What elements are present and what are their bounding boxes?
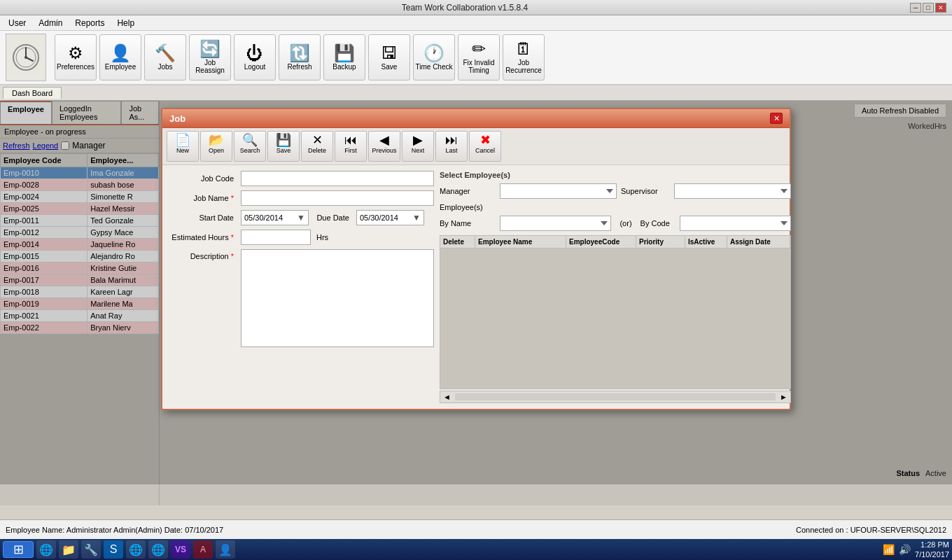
dialog-cancel-button[interactable]: ✖ Cancel bbox=[469, 131, 501, 162]
app-logo bbox=[6, 34, 46, 81]
taskbar-icon-vs[interactable]: VS bbox=[171, 540, 190, 559]
menu-admin[interactable]: Admin bbox=[33, 17, 68, 29]
start-date-calendar-button[interactable]: ▼ bbox=[295, 213, 307, 223]
dialog-previous-button[interactable]: ◀ Previous bbox=[368, 131, 400, 162]
taskbar-icon-browser[interactable]: 🌐 bbox=[36, 540, 56, 559]
taskbar-icon-tools[interactable]: 🔧 bbox=[81, 540, 101, 559]
job-recurrence-label: Job Recurrence bbox=[505, 59, 542, 74]
backup-icon: 💾 bbox=[334, 45, 355, 62]
col-isactive: IsActive bbox=[685, 236, 727, 248]
job-name-input[interactable] bbox=[241, 190, 434, 206]
taskbar-clock: 1:28 PM 7/10/2017 bbox=[915, 540, 949, 560]
status-bar-text: Employee Name: Administrator Admin(Admin… bbox=[6, 526, 223, 534]
taskbar-icon-skype[interactable]: S bbox=[104, 540, 123, 559]
supervisor-label: Supervisor bbox=[621, 187, 670, 195]
col-emp-name: Employee Name bbox=[475, 236, 566, 248]
dialog-first-icon: ⏮ bbox=[344, 134, 357, 146]
backup-button[interactable]: 💾 Backup bbox=[323, 34, 365, 80]
job-recurrence-button[interactable]: 🗓 Job Recurrence bbox=[503, 34, 545, 80]
dialog-toolbar: 📄 New 📂 Open 🔍 Search 💾 Save ✕ Del bbox=[162, 128, 790, 165]
start-date-label: Start Date bbox=[168, 214, 238, 222]
preferences-button[interactable]: ⚙ Preferences bbox=[55, 34, 97, 80]
description-textarea[interactable] bbox=[241, 249, 434, 347]
taskbar-icon-user[interactable]: 👤 bbox=[216, 540, 235, 559]
dialog-open-button[interactable]: 📂 Open bbox=[200, 131, 232, 162]
time-check-button[interactable]: 🕐 Time Check bbox=[413, 34, 455, 80]
logout-button[interactable]: ⏻ Logout bbox=[234, 34, 276, 80]
jobs-button[interactable]: 🔨 Jobs bbox=[144, 34, 186, 80]
clock-date: 7/10/2017 bbox=[915, 550, 949, 559]
jobs-icon: 🔨 bbox=[155, 45, 176, 62]
taskbar-right: 📶 🔊 1:28 PM 7/10/2017 bbox=[883, 540, 949, 560]
start-button[interactable]: ⊞ bbox=[3, 541, 34, 558]
dialog-first-label: First bbox=[344, 147, 357, 154]
dialog-last-button[interactable]: ⏭ Last bbox=[435, 131, 468, 162]
manager-select[interactable] bbox=[500, 183, 617, 199]
menu-help[interactable]: Help bbox=[111, 17, 140, 29]
save-button[interactable]: 🖫 Save bbox=[368, 34, 410, 80]
job-dialog: Job ✕ 📄 New 📂 Open 🔍 Search 💾 bbox=[161, 108, 791, 410]
dialog-first-button[interactable]: ⏮ First bbox=[335, 131, 367, 162]
scroll-right-arrow[interactable]: ► bbox=[777, 393, 790, 401]
dialog-close-button[interactable]: ✕ bbox=[770, 113, 783, 124]
connected-text: Connected on : UFOUR-SERVER\SQL2012 bbox=[796, 526, 946, 534]
taskbar-network-icon[interactable]: 📶 bbox=[883, 544, 895, 555]
menu-reports[interactable]: Reports bbox=[69, 17, 110, 29]
employee-icon: 👤 bbox=[110, 45, 131, 62]
dialog-next-icon: ▶ bbox=[413, 134, 423, 146]
menu-user[interactable]: User bbox=[3, 17, 31, 29]
est-hours-label: Estimated Hours * bbox=[168, 233, 238, 241]
due-date-calendar-button[interactable]: ▼ bbox=[411, 213, 422, 223]
dialog-title: Job bbox=[169, 113, 186, 124]
fix-invalid-button[interactable]: ✏ Fix Invalid Timing bbox=[458, 34, 500, 80]
dialog-delete-button[interactable]: ✕ Delete bbox=[301, 131, 333, 162]
taskbar-icon-access[interactable]: A bbox=[193, 540, 213, 559]
taskbar-icon-chrome[interactable]: 🌐 bbox=[126, 540, 146, 559]
restore-button[interactable]: □ bbox=[923, 3, 934, 13]
dialog-new-button[interactable]: 📄 New bbox=[167, 131, 199, 162]
employees-label: Employee(s) bbox=[440, 203, 496, 211]
dialog-search-button[interactable]: 🔍 Search bbox=[234, 131, 266, 162]
title-bar: Team Work Collaboration v1.5.8.4 ─ □ ✕ bbox=[0, 0, 952, 15]
by-name-select[interactable] bbox=[500, 216, 611, 231]
by-name-row: By Name (or) By Code bbox=[440, 216, 791, 231]
job-code-input[interactable] bbox=[241, 171, 434, 186]
taskbar-volume-icon[interactable]: 🔊 bbox=[899, 544, 911, 555]
dialog-next-button[interactable]: ▶ Next bbox=[402, 131, 434, 162]
dialog-last-label: Last bbox=[445, 147, 457, 154]
dialog-search-label: Search bbox=[240, 147, 260, 154]
close-button[interactable]: ✕ bbox=[935, 3, 946, 13]
minimize-button[interactable]: ─ bbox=[910, 3, 921, 13]
description-row: Description * bbox=[168, 249, 434, 347]
job-name-required: * bbox=[231, 194, 234, 202]
employee-button[interactable]: 👤 Employee bbox=[99, 34, 141, 80]
taskbar-icon-chrome2[interactable]: 🌐 bbox=[148, 540, 168, 559]
due-date-wrapper: ▼ bbox=[356, 210, 424, 225]
dialog-new-icon: 📄 bbox=[175, 134, 190, 146]
backup-label: Backup bbox=[332, 63, 356, 71]
select-employees-panel: Select Employee(s) Manager Supervisor Em… bbox=[440, 171, 791, 403]
dialog-new-label: New bbox=[176, 147, 189, 154]
refresh-button[interactable]: 🔃 Refresh bbox=[279, 34, 321, 80]
employees-row: Employee(s) bbox=[440, 203, 791, 211]
select-employees-header: Select Employee(s) bbox=[440, 171, 791, 179]
start-date-input[interactable] bbox=[243, 214, 295, 222]
due-date-input[interactable] bbox=[358, 214, 411, 222]
dialog-previous-label: Previous bbox=[372, 147, 396, 154]
dialog-header: Job ✕ bbox=[162, 109, 790, 128]
grid-scrollbar[interactable]: ◄ ► bbox=[440, 391, 791, 403]
dashboard-tab[interactable]: Dash Board bbox=[3, 87, 62, 99]
job-code-label: Job Code bbox=[168, 174, 238, 183]
dialog-save-button[interactable]: 💾 Save bbox=[267, 131, 300, 162]
est-hours-input[interactable] bbox=[241, 230, 311, 245]
refresh-label: Refresh bbox=[287, 63, 312, 71]
job-reassign-button[interactable]: 🔄 Job Reassign bbox=[189, 34, 231, 80]
taskbar-icon-explorer[interactable]: 📁 bbox=[59, 540, 78, 559]
dialog-save-label: Save bbox=[276, 147, 291, 154]
col-delete: Delete bbox=[440, 236, 475, 248]
save-icon: 🖫 bbox=[381, 45, 398, 62]
supervisor-select[interactable] bbox=[674, 183, 791, 199]
modal-overlay: Job ✕ 📄 New 📂 Open 🔍 Search 💾 bbox=[0, 101, 952, 484]
by-code-select[interactable] bbox=[680, 216, 791, 231]
scroll-left-arrow[interactable]: ◄ bbox=[440, 393, 454, 401]
